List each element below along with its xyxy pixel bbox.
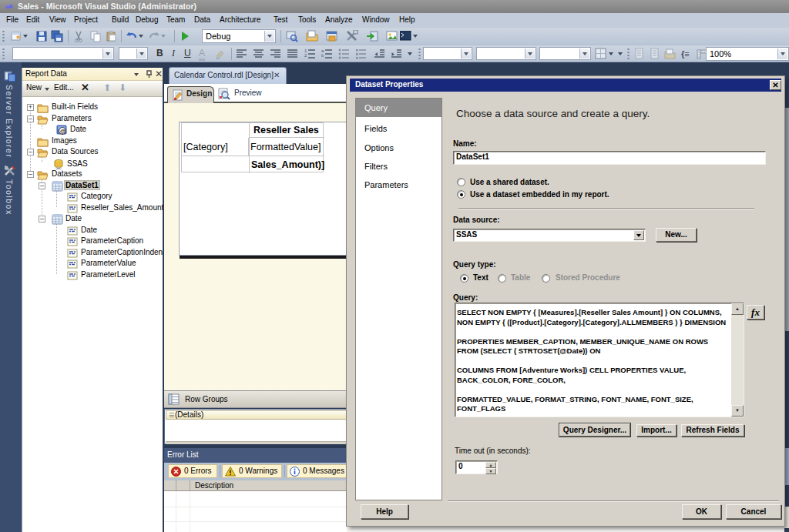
svg-text:{≡: {≡ bbox=[681, 49, 690, 59]
svg-text:2: 2 bbox=[304, 53, 307, 58]
svg-text:b: b bbox=[321, 53, 324, 58]
svg-text:@: @ bbox=[60, 128, 66, 135]
